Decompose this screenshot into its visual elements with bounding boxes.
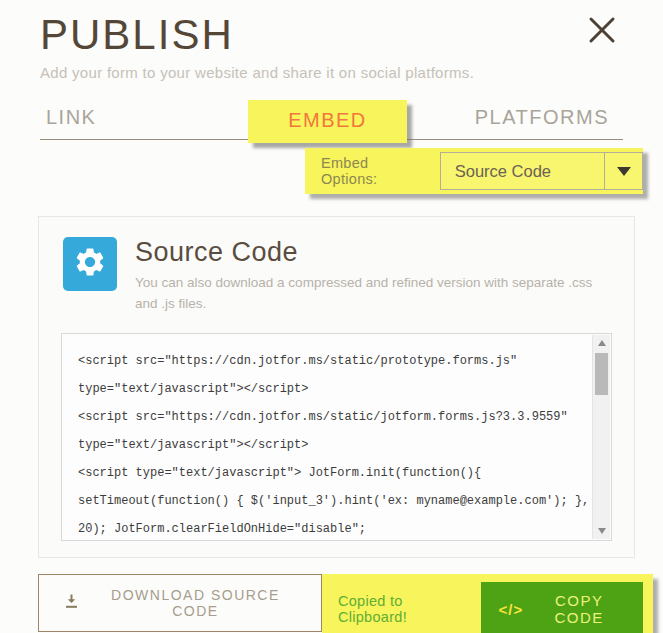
close-icon — [586, 34, 618, 49]
embed-options-dropdown[interactable]: Source Code — [440, 152, 643, 190]
tab-embed[interactable]: EMBED — [234, 96, 422, 139]
tab-link-label: LINK — [46, 106, 96, 128]
download-button-label: DOWNLOAD SOURCE CODE — [94, 587, 297, 619]
page-subtitle: Add your form to your website and share … — [40, 64, 623, 81]
code-line: type="text/javascript"></script> — [78, 375, 567, 403]
dialog-header: PUBLISH Add your form to your website an… — [0, 0, 663, 81]
panel-header: Source Code You can also download a comp… — [63, 237, 610, 315]
panel-description: You can also download a compressed and r… — [135, 273, 605, 315]
tab-link[interactable]: LINK — [40, 106, 234, 129]
page-title: PUBLISH — [40, 12, 623, 58]
panel-header-text: Source Code You can also download a comp… — [135, 237, 605, 315]
panel-title: Source Code — [135, 237, 605, 268]
close-button[interactable] — [585, 14, 619, 48]
tab-platforms-label: PLATFORMS — [475, 106, 609, 128]
scrollbar-thumb[interactable] — [595, 353, 608, 395]
download-icon — [63, 593, 80, 613]
source-code-viewer[interactable]: <script src="https://cdn.jotfor.ms/stati… — [61, 333, 612, 541]
gear-icon — [73, 245, 107, 283]
copy-code-button-label: COPY CODE — [533, 592, 625, 626]
code-line: <script src="https://cdn.jotfor.ms/stati… — [78, 347, 567, 375]
download-source-code-button[interactable]: DOWNLOAD SOURCE CODE — [38, 574, 322, 632]
tab-embed-label: EMBED — [248, 100, 407, 143]
scroll-up-icon — [598, 340, 606, 346]
scroll-up-button[interactable] — [593, 335, 610, 351]
embed-options-highlight: Embed Options: Source Code — [305, 148, 643, 194]
scroll-down-icon — [598, 528, 606, 534]
embed-options-label: Embed Options: — [321, 155, 428, 187]
code-scrollbar[interactable] — [592, 335, 610, 539]
embed-options-selected-value: Source Code — [441, 162, 604, 181]
code-line: type="text/javascript"></script> — [78, 431, 567, 459]
code-line: <script type="text/javascript"> JotForm.… — [78, 459, 567, 487]
code-brackets-icon: </> — [499, 601, 524, 618]
source-code-panel: Source Code You can also download a comp… — [38, 216, 635, 558]
copied-to-clipboard-message: Copied to Clipboard! — [338, 593, 465, 625]
embed-options-row: Embed Options: Source Code — [0, 140, 663, 202]
code-line: <script src="https://cdn.jotfor.ms/stati… — [78, 403, 567, 431]
copy-code-highlight: Copied to Clipboard! </> COPY CODE — [322, 574, 653, 633]
gear-tile — [63, 237, 117, 291]
tab-bar: LINK EMBED PLATFORMS — [40, 95, 623, 140]
code-line: 20); JotForm.clearFieldOnHide="disable"; — [78, 515, 567, 541]
tab-platforms[interactable]: PLATFORMS — [421, 106, 623, 129]
dropdown-caret-area[interactable] — [604, 153, 642, 189]
caret-down-icon — [617, 167, 631, 176]
copy-code-button[interactable]: </> COPY CODE — [481, 582, 643, 633]
scroll-down-button[interactable] — [593, 523, 610, 539]
code-line: setTimeout(function() { $('input_3').hin… — [78, 487, 567, 515]
dialog-footer: DOWNLOAD SOURCE CODE Copied to Clipboard… — [38, 574, 653, 633]
